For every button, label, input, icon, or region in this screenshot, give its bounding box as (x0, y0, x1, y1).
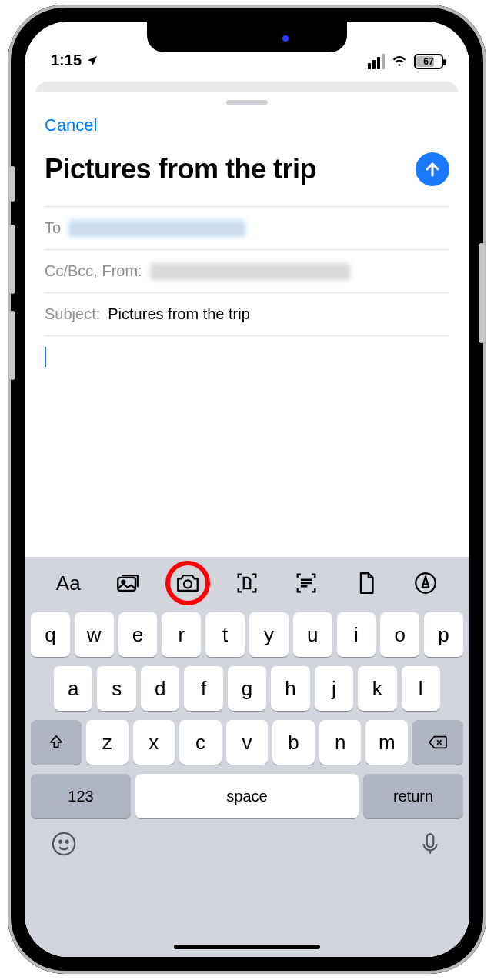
key-x[interactable]: x (133, 720, 175, 765)
key-p[interactable]: p (424, 612, 463, 657)
keyboard-area: Aa (25, 557, 469, 957)
space-key[interactable]: space (135, 774, 359, 818)
to-value-redacted (68, 220, 245, 237)
attach-file-button[interactable] (348, 565, 385, 602)
key-s[interactable]: s (97, 666, 135, 711)
shift-key[interactable] (31, 720, 82, 765)
scan-text-icon (293, 570, 319, 596)
subject-label: Subject: (45, 305, 100, 323)
key-m[interactable]: m (365, 720, 408, 765)
to-label: To (45, 219, 61, 237)
key-g[interactable]: g (228, 666, 266, 711)
key-f[interactable]: f (184, 666, 222, 711)
from-value-redacted (150, 263, 350, 280)
key-a[interactable]: a (54, 666, 92, 711)
key-r[interactable]: r (162, 612, 201, 657)
format-toolbar: Aa (25, 557, 469, 609)
key-b[interactable]: b (272, 720, 315, 765)
message-body[interactable] (45, 336, 449, 370)
cc-label: Cc/Bcc, From: (45, 262, 142, 280)
numbers-key[interactable]: 123 (31, 774, 131, 818)
arrow-up-icon (423, 160, 442, 178)
key-z[interactable]: z (86, 720, 129, 765)
keyboard-row-3: z x c v b n m (31, 720, 463, 765)
keyboard-row-4: 123 space return (25, 774, 469, 818)
location-icon (86, 55, 98, 67)
text-cursor (45, 347, 46, 367)
photo-library-button[interactable] (109, 565, 146, 602)
compose-title: Pictures from the trip (45, 153, 316, 185)
status-time: 1:15 (51, 52, 82, 69)
key-n[interactable]: n (319, 720, 362, 765)
key-q[interactable]: q (31, 612, 70, 657)
keyboard-row-2: a s d f g h j k l (31, 666, 463, 711)
emoji-icon (51, 831, 77, 857)
scan-document-icon (234, 570, 260, 596)
text-format-button[interactable]: Aa (50, 565, 87, 602)
key-k[interactable]: k (358, 666, 396, 711)
scan-document-button[interactable] (229, 565, 265, 602)
key-u[interactable]: u (293, 612, 332, 657)
home-indicator[interactable] (174, 945, 320, 949)
mic-icon (417, 831, 443, 857)
compose-sheet: Cancel Pictures from the trip To Cc/Bcc,… (25, 92, 469, 957)
key-o[interactable]: o (380, 612, 419, 657)
battery-percent: 67 (423, 56, 433, 67)
cc-bcc-from-field[interactable]: Cc/Bcc, From: (45, 249, 449, 292)
subject-field[interactable]: Subject: Pictures from the trip (45, 292, 449, 336)
cell-signal-icon (368, 54, 385, 69)
send-button[interactable] (416, 152, 449, 186)
subject-value: Pictures from the trip (108, 305, 250, 323)
markup-button[interactable] (407, 565, 444, 602)
annotation-highlight (165, 561, 210, 605)
camera-button[interactable] (169, 565, 206, 602)
battery-icon: 67 (414, 54, 443, 69)
sheet-grabber[interactable] (226, 100, 268, 105)
key-y[interactable]: y (249, 612, 289, 657)
key-t[interactable]: t (205, 612, 245, 657)
key-v[interactable]: v (226, 720, 269, 765)
svg-rect-0 (118, 578, 135, 591)
svg-point-1 (122, 581, 125, 584)
shift-icon (48, 734, 65, 751)
key-h[interactable]: h (271, 666, 309, 711)
key-j[interactable]: j (315, 666, 353, 711)
dictation-button[interactable] (417, 831, 443, 860)
key-l[interactable]: l (402, 666, 440, 711)
key-i[interactable]: i (337, 612, 376, 657)
to-field[interactable]: To (45, 206, 449, 249)
scan-text-button[interactable] (288, 565, 325, 602)
return-key[interactable]: return (363, 774, 463, 818)
document-icon (353, 570, 379, 596)
wifi-icon (391, 55, 408, 68)
backspace-icon (428, 734, 448, 751)
svg-point-5 (59, 841, 62, 843)
emoji-button[interactable] (51, 831, 77, 860)
keyboard-row-1: q w e r t y u i o p (31, 612, 463, 657)
key-w[interactable]: w (75, 612, 114, 657)
svg-point-6 (66, 841, 68, 843)
key-c[interactable]: c (179, 720, 222, 765)
cancel-button[interactable]: Cancel (45, 115, 97, 135)
key-e[interactable]: e (118, 612, 158, 657)
svg-point-4 (53, 833, 75, 855)
photo-icon (115, 570, 141, 596)
backspace-key[interactable] (412, 720, 463, 765)
key-d[interactable]: d (141, 666, 179, 711)
svg-rect-7 (427, 834, 434, 847)
markup-icon (412, 570, 439, 596)
